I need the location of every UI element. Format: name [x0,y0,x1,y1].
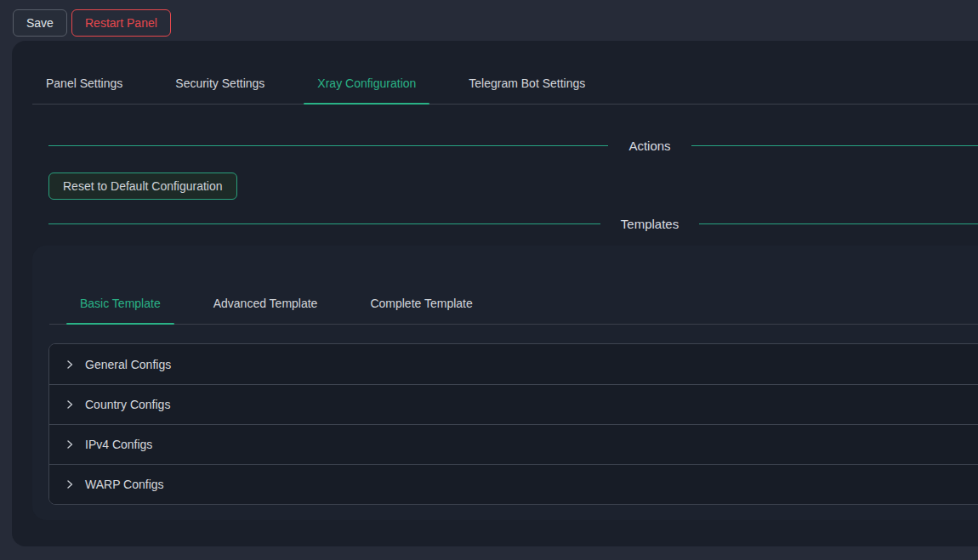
tab-xray-configuration[interactable]: Xray Configuration [304,75,429,104]
reset-to-default-button[interactable]: Reset to Default Configuration [48,173,237,200]
chevron-right-icon [65,399,75,410]
chevron-right-icon [65,479,75,489]
template-tab-bar: Basic Template Advanced Template Complet… [49,246,978,325]
accordion-item-warp-configs[interactable]: WARP Configs [49,464,978,504]
templates-divider-label: Templates [600,217,699,231]
accordion-item-label: WARP Configs [85,478,164,491]
restart-panel-button[interactable]: Restart Panel [71,9,171,37]
tab-security-settings[interactable]: Security Settings [162,75,278,104]
accordion-item-general-configs[interactable]: General Configs [49,344,978,384]
tab-basic-template[interactable]: Basic Template [66,295,174,324]
accordion-item-ipv4-configs[interactable]: IPv4 Configs [49,424,978,464]
chevron-right-icon [65,439,75,450]
settings-card: Panel Settings Security Settings Xray Co… [12,41,978,546]
settings-tab-bar: Panel Settings Security Settings Xray Co… [32,75,978,105]
config-accordion: General Configs Country Configs IPv4 Con… [48,343,978,505]
accordion-item-label: Country Configs [85,398,170,411]
topbar: Save Restart Panel [0,0,978,41]
chevron-right-icon [65,359,75,370]
tab-advanced-template[interactable]: Advanced Template [200,295,332,324]
accordion-item-country-configs[interactable]: Country Configs [49,384,978,424]
templates-divider: Templates [48,217,978,231]
tab-telegram-bot-settings[interactable]: Telegram Bot Settings [455,75,599,104]
accordion-item-label: General Configs [85,358,171,371]
tab-complete-template[interactable]: Complete Template [356,295,486,324]
accordion-item-label: IPv4 Configs [85,438,152,451]
save-button[interactable]: Save [13,9,67,37]
actions-divider-label: Actions [608,139,691,153]
actions-divider: Actions [48,139,978,153]
tab-panel-settings[interactable]: Panel Settings [32,75,136,104]
templates-card: Basic Template Advanced Template Complet… [32,246,978,520]
